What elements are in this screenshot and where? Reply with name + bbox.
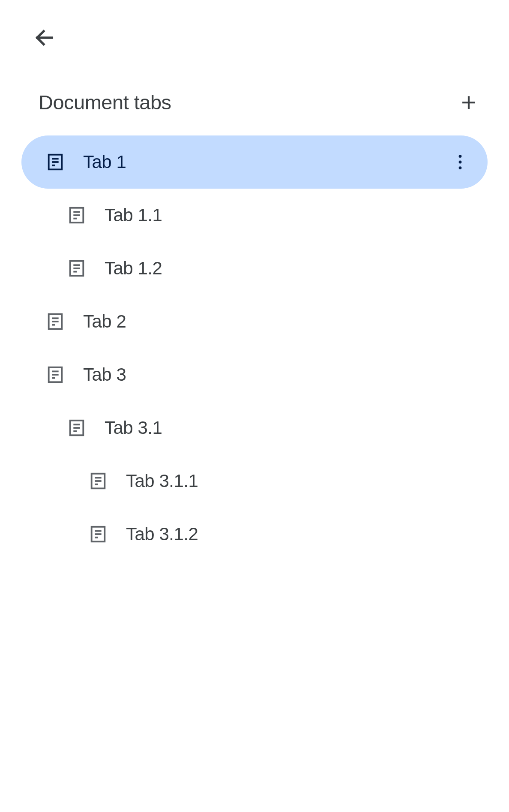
tabs-list: Tab 1 Tab 1.1 (21, 135, 488, 561)
document-icon (88, 524, 108, 544)
tab-label: Tab 1 (83, 152, 126, 172)
document-icon (67, 418, 87, 438)
tab-label: Tab 3.1.2 (126, 524, 198, 544)
more-vertical-icon (458, 155, 462, 169)
svg-point-6 (459, 166, 462, 169)
arrow-left-icon (33, 27, 56, 49)
plus-icon (461, 95, 476, 110)
tab-label: Tab 1.1 (105, 205, 162, 226)
document-icon (88, 471, 108, 491)
add-tab-button[interactable] (458, 92, 479, 113)
document-icon (45, 365, 65, 385)
tab-item-tab-1-2[interactable]: Tab 1.2 (21, 242, 488, 295)
svg-point-4 (459, 155, 462, 158)
tab-item-tab-3-1-1[interactable]: Tab 3.1.1 (21, 454, 488, 508)
panel-header: Document tabs (21, 90, 488, 114)
tab-item-tab-3-1[interactable]: Tab 3.1 (21, 401, 488, 454)
back-button[interactable] (33, 26, 57, 50)
document-icon (45, 152, 65, 172)
document-icon (67, 259, 87, 278)
tab-item-tab-1[interactable]: Tab 1 (21, 135, 488, 189)
tab-item-tab-1-1[interactable]: Tab 1.1 (21, 189, 488, 242)
svg-point-5 (459, 161, 462, 164)
tab-item-tab-3-1-2[interactable]: Tab 3.1.2 (21, 508, 488, 561)
panel-title: Document tabs (39, 90, 171, 114)
tab-label: Tab 3.1 (105, 418, 162, 438)
tab-item-tab-3[interactable]: Tab 3 (21, 348, 488, 401)
tab-label: Tab 2 (83, 311, 126, 332)
tab-item-tab-2[interactable]: Tab 2 (21, 295, 488, 348)
more-options-button[interactable] (450, 152, 470, 172)
document-icon (67, 205, 87, 225)
document-icon (45, 312, 65, 331)
tab-label: Tab 1.2 (105, 258, 162, 279)
tab-label: Tab 3.1.1 (126, 471, 198, 491)
tab-label: Tab 3 (83, 364, 126, 385)
